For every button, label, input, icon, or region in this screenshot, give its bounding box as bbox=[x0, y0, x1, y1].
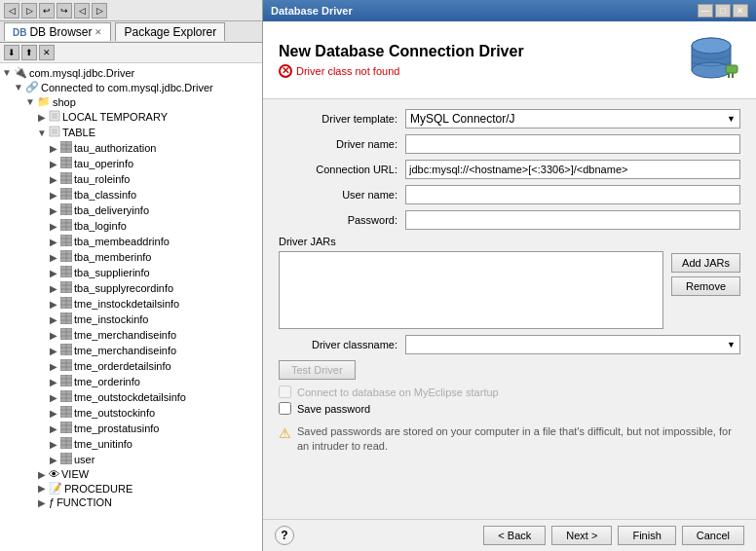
tree-arrow[interactable]: ▶ bbox=[49, 159, 58, 169]
tree-node-icon bbox=[60, 266, 72, 279]
driver-template-select[interactable]: MySQL Connector/J ▼ bbox=[405, 109, 740, 129]
tree-arrow[interactable]: ▶ bbox=[37, 469, 47, 480]
tree-item-tau_authorization[interactable]: ▶tau_authorization bbox=[0, 140, 262, 156]
tree-arrow[interactable]: ▶ bbox=[37, 112, 47, 123]
tree-arrow[interactable]: ▶ bbox=[49, 143, 58, 154]
tree-arrow[interactable]: ▶ bbox=[49, 205, 58, 216]
tree-item-tba_loginfo[interactable]: ▶tba_loginfo bbox=[0, 218, 262, 234]
tree-arrow[interactable]: ▶ bbox=[49, 392, 58, 403]
connect-startup-checkbox[interactable] bbox=[279, 386, 291, 398]
tree-item-tme_orderinfo[interactable]: ▶tme_orderinfo bbox=[0, 374, 262, 389]
tree-item-tme_outstockdetailsinfo[interactable]: ▶tme_outstockdetailsinfo bbox=[0, 389, 262, 405]
tree-item-user[interactable]: ▶user bbox=[0, 452, 262, 467]
tree-node-icon bbox=[60, 235, 72, 248]
connection-url-input[interactable] bbox=[405, 160, 740, 179]
tree-item-table[interactable]: ▼TABLE bbox=[0, 125, 262, 140]
help-button[interactable]: ? bbox=[275, 526, 294, 545]
tree-arrow[interactable]: ▶ bbox=[49, 330, 58, 341]
tree-item-tme_merchandiseinfo2[interactable]: ▶tme_merchandiseinfo bbox=[0, 343, 262, 358]
tree-item-local-temp[interactable]: ▶LOCAL TEMPORARY bbox=[0, 109, 262, 125]
tree-arrow[interactable]: ▶ bbox=[49, 423, 58, 434]
tab-db-browser-close[interactable]: ✕ bbox=[94, 27, 102, 37]
driver-name-input[interactable] bbox=[405, 134, 740, 154]
tree-item-shop[interactable]: ▼📁shop bbox=[0, 94, 262, 109]
sec-icon-3[interactable]: ✕ bbox=[39, 45, 55, 60]
add-jars-button[interactable]: Add JARs bbox=[671, 253, 740, 273]
user-name-label: User name: bbox=[279, 189, 405, 201]
tree-arrow[interactable]: ▶ bbox=[49, 252, 58, 263]
tree-arrow[interactable]: ▶ bbox=[49, 361, 58, 372]
close-button[interactable]: ✕ bbox=[733, 4, 748, 18]
tree-arrow[interactable]: ▶ bbox=[49, 439, 58, 450]
window-controls: — □ ✕ bbox=[698, 4, 748, 18]
tree-arrow[interactable]: ▼ bbox=[2, 67, 12, 78]
next-button[interactable]: Next > bbox=[551, 526, 612, 545]
toolbar-icon-5[interactable]: ◁ bbox=[74, 3, 90, 18]
toolbar-icon-3[interactable]: ↩ bbox=[39, 3, 55, 18]
tree-arrow[interactable]: ▶ bbox=[49, 190, 58, 201]
tree-item-connected[interactable]: ▼🔗Connected to com.mysql.jdbc.Driver bbox=[0, 80, 262, 94]
tree-item-tau_operinfo[interactable]: ▶tau_operinfo bbox=[0, 156, 262, 171]
tab-package-explorer[interactable]: Package Explorer bbox=[115, 22, 225, 41]
tree-arrow[interactable]: ▶ bbox=[37, 497, 47, 508]
toolbar-icon-6[interactable]: ▷ bbox=[92, 3, 107, 18]
user-name-input[interactable] bbox=[405, 185, 740, 204]
jars-list[interactable] bbox=[279, 251, 663, 329]
tree-arrow[interactable]: ▶ bbox=[49, 268, 58, 278]
tree-item-tba_supplyrecordinfo[interactable]: ▶tba_supplyrecordinfo bbox=[0, 280, 262, 296]
tree-arrow[interactable]: ▶ bbox=[37, 483, 47, 494]
svg-point-95 bbox=[692, 38, 731, 54]
tree-item-tme_outstockinfo[interactable]: ▶tme_outstockinfo bbox=[0, 405, 262, 421]
test-driver-button[interactable]: Test Driver bbox=[279, 360, 356, 380]
toolbar-icon-1[interactable]: ◁ bbox=[4, 3, 19, 18]
tree-item-function[interactable]: ▶ƒFUNCTION bbox=[0, 496, 262, 509]
cancel-button[interactable]: Cancel bbox=[682, 526, 744, 545]
tree-item-tba_membeaddrinfo[interactable]: ▶tba_membeaddrinfo bbox=[0, 234, 262, 249]
remove-button[interactable]: Remove bbox=[671, 276, 740, 296]
tree-item-tme_instockinfo[interactable]: ▶tme_instockinfo bbox=[0, 312, 262, 327]
tree-arrow[interactable]: ▶ bbox=[49, 346, 58, 356]
top-toolbar: ◁ ▷ ↩ ↪ ◁ ▷ bbox=[0, 0, 262, 21]
save-password-checkbox[interactable] bbox=[279, 402, 291, 415]
tree-node-icon bbox=[60, 344, 72, 357]
sec-icon-2[interactable]: ⬆ bbox=[21, 45, 37, 60]
tree-arrow[interactable]: ▶ bbox=[49, 283, 58, 294]
tree-item-tba_deliveryinfo[interactable]: ▶tba_deliveryinfo bbox=[0, 202, 262, 218]
toolbar-icon-2[interactable]: ▷ bbox=[21, 3, 37, 18]
tree-node-icon bbox=[60, 406, 72, 420]
tree-item-tau_roleinfo[interactable]: ▶tau_roleinfo bbox=[0, 171, 262, 187]
tree-item-tme_orderdetailsinfo[interactable]: ▶tme_orderdetailsinfo bbox=[0, 358, 262, 374]
driver-classname-arrow: ▼ bbox=[727, 340, 736, 349]
password-input[interactable] bbox=[405, 210, 740, 230]
tree-item-driver[interactable]: ▼🔌com.mysql.jdbc.Driver bbox=[0, 65, 262, 80]
tree-item-view[interactable]: ▶👁VIEW bbox=[0, 467, 262, 481]
tree-arrow[interactable]: ▼ bbox=[37, 128, 47, 138]
tree-item-tme_unitinfo[interactable]: ▶tme_unitinfo bbox=[0, 436, 262, 452]
tree-arrow[interactable]: ▶ bbox=[49, 377, 58, 387]
sec-icon-1[interactable]: ⬇ bbox=[4, 45, 19, 60]
tree-arrow[interactable]: ▶ bbox=[49, 299, 58, 310]
tree-arrow[interactable]: ▶ bbox=[49, 174, 58, 185]
minimize-button[interactable]: — bbox=[698, 4, 713, 18]
tab-db-browser[interactable]: DB DB Browser ✕ bbox=[4, 22, 111, 41]
tree-node-label: tba_supplierinfo bbox=[74, 267, 150, 278]
tree-item-tba_memberinfo[interactable]: ▶tba_memberinfo bbox=[0, 249, 262, 265]
tree-arrow[interactable]: ▶ bbox=[49, 408, 58, 419]
tree-item-tme_instockdetailsinfo[interactable]: ▶tme_instockdetailsinfo bbox=[0, 296, 262, 312]
tree-item-procedure[interactable]: ▶📝PROCEDURE bbox=[0, 481, 262, 496]
maximize-button[interactable]: □ bbox=[715, 4, 731, 18]
driver-classname-select[interactable]: ▼ bbox=[405, 335, 740, 354]
tree-item-tba_supplierinfo[interactable]: ▶tba_supplierinfo bbox=[0, 265, 262, 280]
tree-arrow[interactable]: ▶ bbox=[49, 455, 58, 465]
tree-arrow[interactable]: ▼ bbox=[14, 82, 23, 92]
tree-arrow[interactable]: ▶ bbox=[49, 237, 58, 247]
back-button[interactable]: < Back bbox=[483, 526, 546, 545]
tree-item-tme_prostatusinfo[interactable]: ▶tme_prostatusinfo bbox=[0, 421, 262, 436]
tree-item-tba_classinfo[interactable]: ▶tba_classinfo bbox=[0, 187, 262, 202]
tree-arrow[interactable]: ▼ bbox=[25, 96, 35, 107]
tree-item-tme_merchandiseinfo[interactable]: ▶tme_merchandiseinfo bbox=[0, 327, 262, 343]
tree-arrow[interactable]: ▶ bbox=[49, 221, 58, 232]
finish-button[interactable]: Finish bbox=[618, 526, 675, 545]
toolbar-icon-4[interactable]: ↪ bbox=[57, 3, 72, 18]
tree-arrow[interactable]: ▶ bbox=[49, 314, 58, 325]
